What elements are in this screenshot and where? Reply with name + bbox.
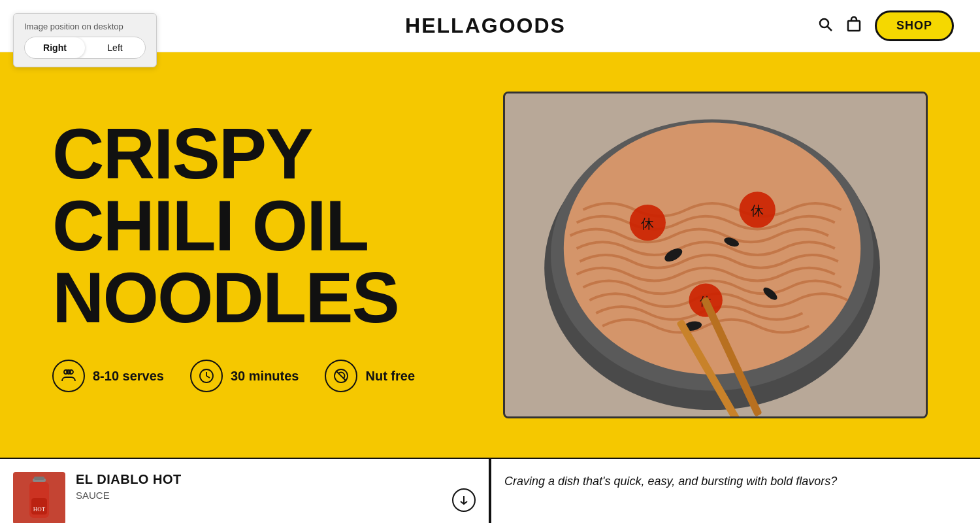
hero-title: CRISPY CHILI OIL NOODLES — [52, 118, 503, 333]
hero-meta: 8-10 serves 30 minutes — [52, 360, 503, 392]
hero-section: CRISPY CHILI OIL NOODLES 8-10 serves — [0, 52, 980, 458]
product-card-content: EL DIABLO HOT SAUCE — [76, 472, 442, 501]
hero-image: 休 休 休 — [503, 92, 928, 418]
svg-text:休: 休 — [751, 203, 764, 218]
search-icon — [817, 16, 833, 32]
nutfree-meta: Nut free — [325, 360, 415, 392]
people-icon — [52, 360, 85, 392]
shop-button[interactable]: SHOP — [875, 10, 954, 41]
bag-icon — [846, 16, 862, 32]
product-thumbnail: HOT — [13, 472, 65, 523]
product-card-arrow[interactable] — [452, 488, 476, 512]
description-card-content: Craving a dish that's quick, easy, and b… — [504, 472, 967, 488]
cart-button[interactable] — [846, 16, 862, 36]
header-actions: SHOP — [817, 10, 954, 41]
header: Image position on desktop Right Left REC… — [0, 0, 980, 52]
svg-text:休: 休 — [641, 216, 654, 231]
svg-line-1 — [827, 26, 832, 31]
hero-content: CRISPY CHILI OIL NOODLES 8-10 serves — [52, 118, 503, 392]
hot-sauce-icon: HOT — [20, 475, 59, 521]
time-text: 30 minutes — [231, 369, 299, 384]
position-left-button[interactable]: Left — [85, 37, 145, 58]
bottom-card-product: HOT EL DIABLO HOT SAUCE — [0, 459, 490, 523]
position-toggle[interactable]: Right Left — [24, 37, 146, 59]
bottom-section: HOT EL DIABLO HOT SAUCE Craving a dish t… — [0, 458, 980, 523]
position-right-button[interactable]: Right — [25, 37, 85, 58]
bottom-card-description: Craving a dish that's quick, easy, and b… — [490, 459, 980, 523]
description-text: Craving a dish that's quick, easy, and b… — [504, 475, 967, 488]
nutfree-text: Nut free — [365, 369, 415, 384]
serves-text: 8-10 serves — [93, 369, 164, 384]
arrow-down-icon — [459, 495, 469, 505]
svg-point-5 — [67, 370, 71, 374]
product-subtitle: SAUCE — [76, 490, 442, 501]
clock-icon — [190, 360, 223, 392]
serves-meta: 8-10 serves — [52, 360, 164, 392]
svg-text:HOT: HOT — [33, 506, 46, 513]
svg-rect-2 — [848, 21, 860, 31]
search-button[interactable] — [817, 16, 833, 36]
svg-line-8 — [206, 376, 210, 378]
svg-point-0 — [820, 19, 828, 27]
noodle-bowl-svg: 休 休 休 — [505, 93, 926, 416]
svg-point-14 — [564, 122, 860, 374]
site-logo: HELLAGOODS — [405, 14, 566, 38]
svg-rect-28 — [34, 477, 44, 480]
product-title: EL DIABLO HOT — [76, 472, 442, 487]
nut-free-icon — [325, 360, 357, 392]
time-meta: 30 minutes — [190, 360, 299, 392]
image-position-tooltip: Image position on desktop Right Left — [13, 13, 157, 67]
tooltip-title: Image position on desktop — [24, 22, 146, 31]
